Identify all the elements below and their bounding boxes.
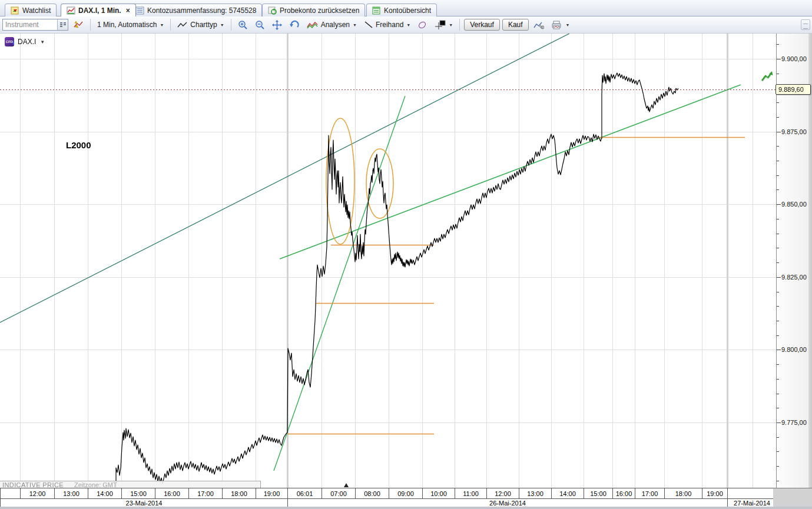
annotation-text-label[interactable]: L2000 (66, 140, 91, 150)
price-axis-label: 9.875,00 (781, 128, 807, 135)
chevron-down-icon: ▼ (406, 23, 410, 27)
instrument-input[interactable] (3, 19, 57, 30)
charttype-dropdown[interactable]: Charttyp▼ (175, 19, 226, 30)
sell-button[interactable]: Verkauf (464, 19, 500, 31)
tab-close-icon[interactable]: × (126, 6, 130, 15)
zoom-out-button[interactable] (253, 19, 267, 31)
current-price-marker: 9.889,60 (775, 84, 811, 95)
price-axis-label: 9.775,00 (781, 419, 807, 426)
price-axis-minor-tick (777, 146, 779, 147)
tab-label: Probekonto zurücksetzen (280, 6, 359, 15)
tab-dax-chart[interactable]: DAX.I, 1 Min. × (61, 4, 136, 16)
price-axis-major-tick (777, 132, 781, 132)
price-axis-minor-tick (777, 102, 779, 103)
time-axis-cell: 15:00 (121, 488, 155, 498)
time-axis[interactable]: 12:0013:0014:0015:0016:0017:0018:0019:00… (0, 488, 776, 498)
price-axis-minor-tick (777, 117, 779, 118)
axis-corner (773, 488, 812, 507)
account-overview-icon (372, 6, 381, 15)
pan-icon (272, 20, 282, 30)
price-axis-minor-tick (777, 394, 779, 394)
freehand-line-icon (364, 21, 373, 29)
price-axis[interactable]: 9.889,60 9.900,009.875,009.850,009.825,0… (776, 34, 812, 488)
legend-symbol: DAX.I (18, 38, 36, 46)
eraser-icon (417, 21, 427, 29)
price-axis-minor-tick (777, 189, 779, 190)
indicative-price-label: INDICATIVE PRICE (2, 481, 64, 488)
tab-label: Watchlist (22, 6, 51, 15)
reset-demo-icon (268, 6, 277, 15)
toolbar-overflow-button[interactable]: —— (801, 19, 810, 30)
time-axis-cell: 11:00 (455, 488, 486, 498)
interval-dropdown[interactable]: 1 Min, Automatisch▼ (95, 19, 166, 30)
time-axis-cell: 12:00 (20, 488, 54, 498)
freihand-dropdown[interactable]: Freihand▼ (362, 19, 413, 30)
price-axis-label: 9.825,00 (781, 274, 807, 281)
time-axis-cell: 17:00 (188, 488, 222, 498)
price-axis-minor-tick (777, 219, 779, 219)
price-axis-major-tick (777, 204, 781, 205)
print-dropdown[interactable]: ▼ (549, 19, 572, 31)
analysis-icon (307, 21, 319, 29)
trend-up-arrow-icon[interactable] (761, 70, 774, 83)
price-axis-minor-tick (777, 451, 779, 452)
chart-tab-icon (67, 6, 75, 15)
time-axis-cell: 17:00 (635, 488, 664, 498)
charttype-label: Charttyp (190, 21, 217, 29)
price-axis-major-tick (777, 59, 781, 59)
chevron-down-icon: ▼ (566, 23, 570, 27)
analysen-dropdown[interactable]: Analysen▼ (304, 19, 359, 30)
crosshair-dropdown[interactable]: i ▼ (432, 19, 455, 31)
chevron-down-icon: ▼ (40, 39, 45, 45)
tab-watchlist[interactable]: Watchlist (5, 4, 57, 16)
time-axis-cell: 18:00 (664, 488, 702, 498)
eraser-button[interactable] (415, 19, 429, 31)
price-axis-major-tick (777, 422, 781, 423)
chart-settings-button[interactable] (531, 19, 546, 31)
timezone-label: Zeitzone: GMT (74, 481, 117, 488)
analysen-label: Analysen (321, 21, 350, 29)
new-chart-icon (73, 19, 84, 30)
undo-button[interactable] (287, 19, 302, 31)
pan-button[interactable] (270, 19, 284, 31)
price-axis-minor-tick (777, 408, 779, 408)
window-right-edge (808, 34, 812, 509)
chart-toolbar: 1 Min, Automatisch▼ Charttyp▼ Analysen▼ … (0, 16, 812, 34)
tab-probekonto-reset[interactable]: Probekonto zurücksetzen (262, 4, 365, 16)
time-axis-cell: 08:00 (355, 488, 389, 498)
price-axis-minor-tick (777, 335, 779, 336)
price-axis-minor-tick (777, 292, 779, 292)
price-chart-canvas[interactable] (0, 34, 776, 488)
price-axis-minor-tick (777, 466, 779, 467)
price-axis-minor-tick (777, 234, 779, 234)
line-chart-icon (177, 21, 188, 28)
indicative-price-note: INDICATIVE PRICE Zeitzone: GMT (0, 481, 261, 488)
undo-icon (289, 20, 300, 29)
date-axis: 23-Mai-201426-Mai-201427-Mai-2014 (0, 498, 776, 507)
window-bottom-edge (0, 507, 812, 509)
toolbar-separator (170, 19, 171, 31)
time-axis-cell (0, 488, 20, 498)
time-axis-cell: 18:00 (222, 488, 256, 498)
new-chart-button[interactable] (71, 18, 86, 31)
price-axis-minor-tick (777, 44, 779, 45)
buy-button[interactable]: Kauf (502, 19, 529, 31)
price-axis-minor-tick (777, 379, 779, 380)
tab-label: Kontozusammenfassung: 5745528 (147, 6, 256, 15)
print-icon (551, 20, 563, 29)
instrument-lookup-button[interactable] (57, 19, 68, 30)
price-axis-minor-tick (777, 364, 779, 365)
chart-legend[interactable]: CFD DAX.I ▼ (5, 37, 45, 46)
price-axis-label: 9.850,00 (781, 201, 807, 208)
freihand-label: Freihand (376, 21, 403, 29)
tab-kontouebersicht[interactable]: Kontoübersicht (366, 4, 437, 16)
account-summary-icon (135, 6, 144, 15)
chart-plot-area: CFD DAX.I ▼ L2000 INDICATIVE PRICE Zeitz… (0, 34, 776, 488)
date-axis-section: 23-Mai-2014 (0, 499, 287, 507)
time-axis-cell: 09:00 (389, 488, 422, 498)
tab-kontozusammenfassung[interactable]: Kontozusammenfassung: 5745528 (130, 4, 262, 16)
interval-label: 1 Min, Automatisch (97, 21, 157, 29)
time-axis-cell (727, 488, 776, 498)
zoom-in-button[interactable] (236, 19, 250, 31)
time-axis-cell: 13:00 (54, 488, 88, 498)
